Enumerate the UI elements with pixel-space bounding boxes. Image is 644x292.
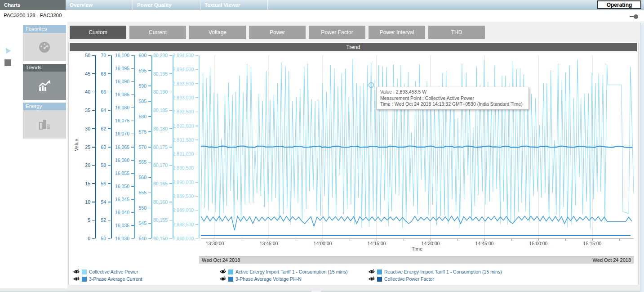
legend-item[interactable]: Collective Power Factor [369,276,434,282]
axis-tick-label: 62 [77,126,106,131]
collapse-square-icon[interactable] [4,59,11,66]
date-end-label: Wed Oct 24 2018 [593,257,631,263]
legend-item[interactable]: 3-Phase Average Voltage PH-N [220,276,302,282]
date-range-bar[interactable]: Wed Oct 24 2018 Wed Oct 24 2018 [199,256,634,264]
operating-button[interactable]: Operating [597,0,641,9]
axis-tick [148,223,151,224]
series-3-phase-average-current [201,216,632,230]
tab-overview[interactable]: Overview [66,0,133,10]
visibility-eye-icon[interactable] [73,276,80,282]
axis-tick [148,85,151,86]
time-tick-label: 13:45:00 [253,241,284,246]
axis-tick-label: 2,888,000 [165,236,194,241]
axis-tick-label: 16,085 [101,92,129,97]
axis-tick [195,238,198,239]
pin-icon[interactable] [630,13,639,21]
axis-tick [195,224,198,225]
axis-tick-label: 80,175 [139,144,168,150]
legend-item[interactable]: Collective Active Power [73,269,138,275]
axis-tick-label: 80,200 [139,53,168,58]
axis-tick-label: 58 [77,162,106,168]
date-start-label: Wed Oct 24 2018 [202,257,240,263]
axis-tick [195,210,198,211]
sidebar-item-energy[interactable]: Energy [23,103,66,139]
axis-tick [108,165,111,166]
axis-tick [195,154,198,155]
time-tick [350,239,350,241]
axis-tick-label: 80,185 [139,108,168,113]
chart-tab-thd[interactable]: THD [428,26,485,39]
chart-tab-power-factor[interactable]: Power Factor [309,26,365,39]
tooltip-value-line: Value : 2,893,453.5 W [380,89,525,95]
axis-tick-label: 2,892,000 [165,123,194,129]
axis-tick-label: 80,190 [139,89,168,94]
time-tick-label: 14:15:00 [361,241,392,246]
sidebar-item-label: Favorites [23,25,66,33]
trend-chart-icon [23,72,66,100]
axis-tick-label: 2,888,500 [165,222,194,227]
axis-tick [131,81,134,82]
sidebar-item-trends[interactable]: Trends [23,64,66,100]
time-axis-label: Time [401,246,433,252]
tab-power-quality[interactable]: Power Quality [133,0,200,10]
time-tick-label: 14:00:00 [307,241,338,246]
legend-label: Collective Active Power [89,269,138,274]
chart-tab-power[interactable]: Power [249,26,306,39]
sidebar-item-label: Trends [23,64,66,72]
axis-tick-label: 2,892,500 [165,109,194,114]
axis-tick [148,116,151,117]
visibility-eye-icon[interactable] [220,269,226,274]
vertical-scrollbar[interactable] [640,22,644,292]
axis-tick [131,121,134,121]
visibility-eye-icon[interactable] [73,269,80,274]
axis-tick [131,173,134,174]
axis-tick-label: 2,893,000 [165,95,194,100]
legend-color-swatch [228,270,233,274]
expand-arrow-icon[interactable] [6,48,11,54]
axis-tick-label: 560 [118,175,147,180]
axis-tick [148,131,151,132]
legend-label: 3-Phase Average Current [89,276,142,282]
chart-tab-current[interactable]: Current [129,26,186,39]
axis-tick [195,97,198,98]
trend-plot[interactable] [201,55,634,239]
legend-item[interactable]: Reactive Energy Import Tariff 1 - Consum… [369,269,502,275]
tab-textual-viewer[interactable]: Textual Viewer [200,0,268,10]
axis-tick-label: 2,889,500 [165,193,194,199]
axis-tick [195,168,198,169]
legend-label: Collective Power Factor [384,276,434,282]
visibility-eye-icon[interactable] [220,276,226,282]
axis-tick [195,139,198,140]
app-window: Charts OverviewPower QualityTextual View… [0,0,644,292]
top-tab-bar: Charts OverviewPower QualityTextual View… [0,0,644,10]
tab-charts[interactable]: Charts [0,0,66,10]
axis-tick-label: 590 [118,83,147,89]
time-tick [565,239,566,241]
chart-tab-custom[interactable]: Custom [70,26,126,39]
axis-tick [131,94,134,95]
chart-tab-power-interval[interactable]: Power Interval [369,26,425,39]
axis-tick [195,196,198,197]
axis-tick [169,220,172,221]
tooltip-time-line: Time : Wed Oct 24 2018 14:13:32 GMT+0530… [380,101,525,108]
chart-tooltip: Value : 2,893,453.5 W Measurement Point … [376,87,529,110]
time-tick [511,239,512,241]
legend-label: 3-Phase Average Voltage PH-N [235,276,302,282]
visibility-eye-icon[interactable] [369,276,375,282]
sidebar-item-favorites[interactable]: Favorites [23,25,66,61]
axis-tick-label: 2,893,500 [165,81,194,86]
axis-tick [195,126,198,126]
axis-tick-label: 80,195 [139,71,168,76]
breadcrumb-row: PAC3200 128 - PAC3200 [0,10,644,22]
legend-color-swatch [82,277,87,282]
axis-tick-label: 80,165 [139,181,168,186]
legend-item[interactable]: 3-Phase Average Current [73,276,142,282]
chart-tab-voltage[interactable]: Voltage [189,26,246,39]
legend-item[interactable]: Active Energy Import Tariff 1 - Consumpt… [220,269,347,275]
visibility-eye-icon[interactable] [369,269,375,274]
y-axis-5 [199,55,200,238]
axis-tick-label: 52 [77,217,106,223]
energy-bars-icon [23,110,66,139]
legend-color-swatch [377,270,382,274]
axis-tick-label: 550 [118,205,147,211]
